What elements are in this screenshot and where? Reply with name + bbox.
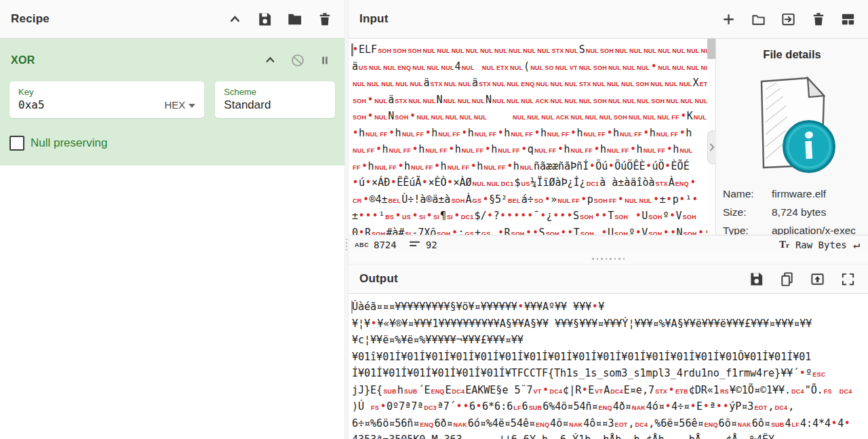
- load-recipe-icon[interactable]: [287, 12, 302, 27]
- input-body: •ELFSOHSOHSOHNULNULNULNULNULNULNULNULNUL…: [349, 39, 868, 235]
- scheme-value[interactable]: Standard: [224, 98, 271, 112]
- output-header: Output: [349, 265, 868, 294]
- chevron-down-icon: [189, 104, 195, 108]
- input-title: Input: [359, 12, 389, 26]
- breakpoint-pause-icon[interactable]: [317, 52, 332, 68]
- clear-recipe-icon[interactable]: [317, 12, 332, 27]
- layout-toggle-icon[interactable]: [840, 12, 856, 27]
- key-type-value: HEX: [165, 99, 186, 111]
- character-encoding-value[interactable]: Raw Bytes: [795, 240, 847, 250]
- save-output-icon[interactable]: [749, 271, 764, 287]
- file-name-value: firmware.elf: [772, 188, 826, 200]
- null-preserving-checkbox[interactable]: [9, 136, 24, 151]
- char-count: 8724: [374, 240, 397, 250]
- collapse-recipe-icon[interactable]: [227, 12, 243, 27]
- key-value[interactable]: 0xa5: [18, 98, 45, 111]
- copy-output-icon[interactable]: [779, 271, 795, 287]
- file-type-row: Type: application/x-exec: [723, 221, 868, 235]
- char-count-icon: ABC: [355, 242, 369, 248]
- line-ending-icon[interactable]: ↵: [853, 239, 860, 250]
- key-label: Key: [18, 87, 195, 97]
- key-type-dropdown[interactable]: HEX: [165, 99, 196, 111]
- input-header: Input: [349, 0, 868, 39]
- open-file-folder-icon[interactable]: [751, 12, 766, 27]
- file-details-title: File details: [716, 48, 868, 61]
- null-preserving-option[interactable]: Null preserving: [0, 118, 344, 151]
- scheme-label: Scheme: [224, 87, 326, 97]
- collapse-op-icon[interactable]: [262, 52, 278, 68]
- file-size-row: Size: 8,724 bytes: [723, 203, 868, 221]
- xor-scheme-field[interactable]: Scheme Standard: [215, 81, 335, 118]
- file-details-panel: File details: [715, 39, 868, 235]
- character-encoding-icon[interactable]: Tr: [779, 239, 789, 250]
- disable-op-icon[interactable]: [290, 52, 305, 68]
- file-info-icon: [741, 66, 843, 183]
- operation-xor[interactable]: XOR Key 0xa5: [0, 39, 344, 166]
- recipe-panel: Recipe XOR: [0, 0, 344, 439]
- input-caret: [351, 43, 353, 56]
- io-column: Input: [349, 0, 868, 439]
- save-recipe-icon[interactable]: [257, 12, 273, 27]
- output-title: Output: [359, 272, 398, 286]
- open-input-icon[interactable]: [781, 12, 796, 27]
- replace-input-icon[interactable]: [810, 271, 825, 287]
- input-status-bar: ABC 8724 92 Tr Raw Bytes ↵: [349, 235, 868, 254]
- file-type-label: Type:: [723, 225, 772, 235]
- operation-name: XOR: [11, 54, 35, 66]
- line-count: 92: [426, 240, 437, 250]
- file-name-label: Name:: [723, 188, 772, 200]
- file-details-collapse-handle[interactable]: [707, 130, 716, 164]
- add-input-tab-icon[interactable]: [721, 12, 736, 27]
- recipe-header: Recipe: [0, 0, 344, 39]
- file-size-value: 8,724 bytes: [772, 206, 826, 218]
- clear-io-icon[interactable]: [810, 12, 826, 27]
- line-count-icon: [409, 240, 420, 250]
- recipe-title: Recipe: [11, 12, 50, 26]
- io-splitter[interactable]: [349, 254, 868, 265]
- output-caret: [351, 301, 353, 313]
- file-name-row: Name: firmware.elf: [723, 185, 868, 203]
- maximize-output-icon[interactable]: [840, 271, 856, 287]
- file-type-value: application/x-exec: [772, 225, 856, 235]
- null-preserving-label: Null preserving: [31, 136, 107, 150]
- input-textarea[interactable]: •ELFSOHSOHSOHNULNULNULNULNULNULNULNULNUL…: [349, 39, 707, 235]
- output-textarea[interactable]: Úàéã¤¤¤¥¥¥¥¥¥¥¥¥§¥ö¥¤¥¥¥¥¥¥•¥¥¥Aº¥¥ ¥¥¥•…: [349, 294, 868, 439]
- cyberchef-app: Recipe XOR: [0, 0, 868, 439]
- file-size-label: Size:: [723, 206, 772, 218]
- xor-key-field[interactable]: Key 0xa5 HEX: [9, 81, 204, 118]
